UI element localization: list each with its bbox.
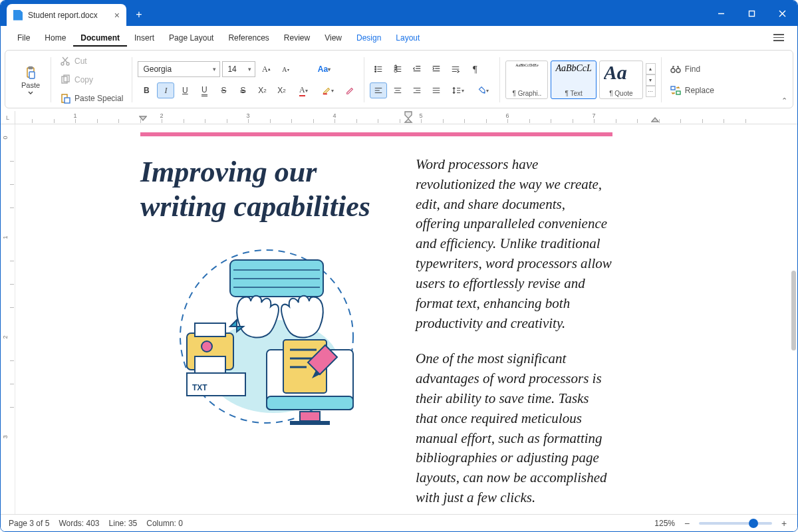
status-words: Words: 403 <box>59 519 99 528</box>
svg-point-7 <box>61 63 64 65</box>
shrink-font-button[interactable]: A▾ <box>277 61 294 77</box>
align-right-button[interactable] <box>408 82 426 98</box>
svg-point-17 <box>375 68 376 70</box>
document-tab[interactable]: Student report.docx × <box>7 4 126 26</box>
align-left-button[interactable] <box>370 82 387 98</box>
page: Improving our writing capabilities <box>67 124 686 514</box>
paste-special-icon <box>60 93 70 104</box>
hruler[interactable]: 1 2 3 4 5 6 7 <box>15 111 797 124</box>
cut-icon <box>60 56 70 66</box>
font-color-button[interactable]: A ▾ <box>292 82 315 98</box>
change-case-button[interactable]: Aa ▾ <box>313 61 335 77</box>
svg-rect-56 <box>676 91 680 94</box>
menu-page-layout[interactable]: Page Layout <box>162 29 221 47</box>
group-clipboard: Paste <box>11 55 51 105</box>
find-button[interactable]: Find <box>667 62 704 76</box>
underline-button[interactable]: U <box>176 82 194 98</box>
ruler-vertical[interactable]: 0 1 2 3 <box>1 124 15 514</box>
menu-references[interactable]: References <box>221 29 276 47</box>
highlight-button[interactable]: ▾ <box>317 82 339 98</box>
menu-review[interactable]: Review <box>277 29 317 47</box>
group-clipboard-ext: Cut Copy Paste Special <box>51 55 132 105</box>
status-page: Page 3 of 5 <box>9 519 49 528</box>
chevron-down-icon[interactable]: ▾ <box>646 74 656 86</box>
outdent-button[interactable] <box>408 61 426 77</box>
double-strike-button[interactable]: S <box>234 82 251 98</box>
line-spacing-button[interactable]: ▾ <box>447 82 469 98</box>
menu-home[interactable]: Home <box>37 29 73 47</box>
group-paragraph: 123 ¶ ▾ ▾ <box>364 55 499 105</box>
chevron-down-icon: ▾ <box>248 66 251 72</box>
subscript-button[interactable]: X2 <box>273 82 290 98</box>
font-name-combo[interactable]: Georgia▾ <box>138 61 220 77</box>
italic-button[interactable]: I <box>157 82 174 98</box>
document-icon <box>13 10 23 21</box>
menu-design[interactable]: Design <box>349 29 388 47</box>
align-justify-button[interactable] <box>428 82 445 98</box>
style-text[interactable]: AaBbCcL ¶ Text <box>551 61 596 99</box>
minimize-button[interactable] <box>706 1 736 26</box>
shading-button[interactable]: ▾ <box>471 82 494 98</box>
replace-icon <box>670 85 681 96</box>
collapse-ribbon-icon[interactable]: ⌃ <box>781 96 787 105</box>
style-spinner[interactable]: ▴ ▾ ⋯ <box>646 63 656 97</box>
svg-line-9 <box>63 57 68 63</box>
indent-marker-column[interactable] <box>404 111 413 123</box>
double-underline-button[interactable]: U <box>196 82 213 98</box>
scrollbar-thumb[interactable] <box>791 271 796 350</box>
style-graphic[interactable]: AaBbCcDdEe ¶ Graphi.. <box>505 61 548 99</box>
cut-button[interactable]: Cut <box>57 54 126 68</box>
close-window-button[interactable] <box>767 1 797 26</box>
svg-point-54 <box>676 68 680 72</box>
clear-format-button[interactable] <box>341 82 358 98</box>
group-font: Georgia▾ 14▾ A▴ A▾ Aa ▾ B I U U S S X2 X… <box>132 55 364 105</box>
zoom-in-button[interactable]: + <box>779 518 789 529</box>
indent-marker-right[interactable] <box>651 115 659 123</box>
svg-rect-5 <box>29 66 33 68</box>
svg-point-53 <box>671 68 675 72</box>
ellipsis-icon[interactable]: ⋯ <box>646 86 656 97</box>
paste-label: Paste <box>21 81 40 89</box>
bold-button[interactable]: B <box>138 82 155 98</box>
replace-button[interactable]: Replace <box>667 83 718 98</box>
font-size-combo[interactable]: 14▾ <box>222 61 255 77</box>
new-tab-button[interactable]: + <box>129 5 149 25</box>
document-heading[interactable]: Improving our writing capabilities <box>140 155 393 224</box>
body-paragraph-2[interactable]: One of the most significant advantages o… <box>416 349 612 508</box>
svg-point-18 <box>375 71 376 72</box>
superscript-button[interactable]: X2 <box>253 82 271 98</box>
copy-button[interactable]: Copy <box>57 72 126 87</box>
strikethrough-button[interactable]: S <box>215 82 232 98</box>
ruler-horizontal: L 1 2 3 4 5 6 7 <box>1 111 797 124</box>
svg-rect-65 <box>195 356 225 375</box>
menu-file[interactable]: File <box>10 29 37 47</box>
maximize-button[interactable] <box>736 1 767 26</box>
hamburger-icon[interactable] <box>769 30 788 45</box>
editor-area: 0 1 2 3 Improving our writing capabiliti… <box>1 124 797 514</box>
zoom-knob[interactable] <box>749 519 758 528</box>
indent-button[interactable] <box>428 61 445 77</box>
chevron-up-icon[interactable]: ▴ <box>646 63 656 74</box>
paste-special-button[interactable]: Paste Special <box>57 91 126 106</box>
style-quote[interactable]: Aa ¶ Quote <box>599 61 643 99</box>
menu-view[interactable]: View <box>317 29 349 47</box>
menubar: File Home Document Insert Page Layout Re… <box>1 26 797 50</box>
menu-layout[interactable]: Layout <box>388 29 427 47</box>
document-canvas[interactable]: Improving our writing capabilities <box>15 124 797 514</box>
paste-button[interactable]: Paste <box>16 63 45 97</box>
svg-point-8 <box>66 63 69 65</box>
zoom-slider[interactable] <box>699 522 772 525</box>
ltr-button[interactable] <box>447 61 464 77</box>
menu-insert[interactable]: Insert <box>127 29 162 47</box>
body-paragraph-1[interactable]: Word processors have revolutionized the … <box>416 155 612 333</box>
numbering-button[interactable]: 123 <box>389 61 406 77</box>
svg-rect-70 <box>267 396 353 410</box>
bullets-button[interactable] <box>370 61 387 77</box>
close-tab-icon[interactable]: × <box>114 11 120 20</box>
pilcrow-button[interactable]: ¶ <box>466 61 483 77</box>
align-center-button[interactable] <box>389 82 406 98</box>
zoom-out-button[interactable]: − <box>682 518 692 529</box>
menu-document[interactable]: Document <box>73 29 127 47</box>
grow-font-button[interactable]: A▴ <box>257 61 275 77</box>
statusbar: Page 3 of 5 Words: 403 Line: 35 Column: … <box>1 514 797 531</box>
